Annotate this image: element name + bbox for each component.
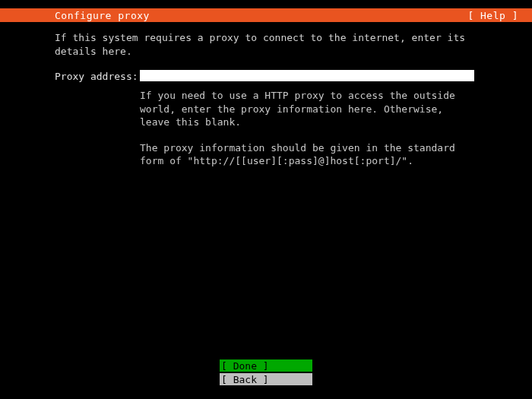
header-bar: Configure proxy [ Help ] xyxy=(0,8,532,22)
header-title: Configure proxy xyxy=(55,10,150,21)
done-button[interactable]: [ Done ] xyxy=(220,359,312,372)
back-button[interactable]: [ Back ] xyxy=(220,373,312,385)
top-black-band xyxy=(0,0,532,8)
main-content: If this system requires a proxy to conne… xyxy=(0,22,532,168)
proxy-field-column: If you need to use a HTTP proxy to acces… xyxy=(140,70,477,168)
intro-text: If this system requires a proxy to conne… xyxy=(55,31,477,58)
proxy-label: Proxy address: xyxy=(55,70,140,84)
proxy-address-input[interactable] xyxy=(140,70,474,81)
help-button[interactable]: [ Help ] xyxy=(467,10,518,21)
proxy-row: Proxy address: If you need to use a HTTP… xyxy=(55,70,477,168)
proxy-hint-1: If you need to use a HTTP proxy to acces… xyxy=(140,89,474,129)
proxy-hint-2: The proxy information should be given in… xyxy=(140,141,474,168)
footer-buttons: [ Done ] [ Back ] xyxy=(0,359,532,385)
